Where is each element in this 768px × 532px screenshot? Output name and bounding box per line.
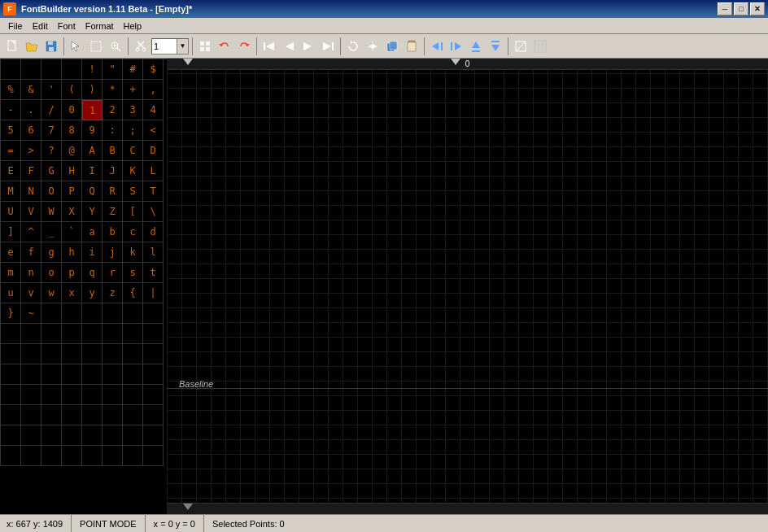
char-cell[interactable]: E xyxy=(1,161,21,181)
char-cell[interactable] xyxy=(103,364,123,385)
char-cell[interactable] xyxy=(82,344,103,364)
menu-edit[interactable]: Edit xyxy=(28,20,53,33)
char-cell[interactable] xyxy=(103,324,123,344)
char-cell[interactable] xyxy=(41,303,62,324)
grid-view-button[interactable] xyxy=(196,37,214,55)
char-cell[interactable]: [ xyxy=(123,202,143,222)
char-cell[interactable] xyxy=(143,364,164,385)
select-tool[interactable] xyxy=(87,37,105,55)
char-cell[interactable] xyxy=(1,59,21,80)
char-cell[interactable] xyxy=(41,405,62,425)
editor-work-area[interactable]: Baseline xyxy=(167,70,768,503)
char-cell[interactable]: n xyxy=(21,263,41,283)
char-cell[interactable]: f xyxy=(21,242,41,263)
resize-button[interactable] xyxy=(512,37,530,55)
paste-glyphs-button[interactable] xyxy=(403,37,421,55)
char-cell[interactable]: 1 xyxy=(82,100,103,120)
char-cell[interactable]: Q xyxy=(82,181,103,202)
char-cell[interactable]: d xyxy=(143,222,164,242)
char-cell[interactable] xyxy=(62,385,82,405)
char-cell[interactable]: q xyxy=(82,263,103,283)
char-cell[interactable]: 6 xyxy=(21,120,41,141)
char-cell[interactable]: < xyxy=(143,120,164,141)
char-cell[interactable]: . xyxy=(21,100,41,120)
flip-h-button[interactable] xyxy=(364,37,382,55)
char-cell[interactable]: V xyxy=(21,202,41,222)
char-cell[interactable]: I xyxy=(82,161,103,181)
char-cell[interactable] xyxy=(1,385,21,405)
char-cell[interactable]: R xyxy=(103,181,123,202)
char-cell[interactable]: ` xyxy=(62,222,82,242)
open-button[interactable] xyxy=(23,37,41,55)
char-cell[interactable]: t xyxy=(143,263,164,283)
char-cell[interactable]: b xyxy=(103,222,123,242)
char-cell[interactable]: > xyxy=(21,141,41,161)
char-cell[interactable]: ? xyxy=(41,141,62,161)
char-cell[interactable]: W xyxy=(41,202,62,222)
char-cell[interactable]: : xyxy=(103,120,123,141)
char-cell[interactable] xyxy=(1,446,21,466)
new-button[interactable] xyxy=(3,37,21,55)
char-cell[interactable] xyxy=(1,425,21,446)
char-cell[interactable]: w xyxy=(41,283,62,303)
zoom-input[interactable] xyxy=(152,39,177,54)
char-cell[interactable]: ) xyxy=(82,80,103,100)
char-cell[interactable] xyxy=(103,405,123,425)
char-cell[interactable] xyxy=(123,405,143,425)
char-cell[interactable]: i xyxy=(82,242,103,263)
char-cell[interactable]: P xyxy=(62,181,82,202)
editor-panel[interactable]: 0 Baseline xyxy=(167,59,768,514)
char-cell[interactable]: ~ xyxy=(21,303,41,324)
save-button[interactable] xyxy=(42,37,60,55)
char-cell[interactable] xyxy=(103,446,123,466)
menu-format[interactable]: Format xyxy=(81,20,119,33)
char-cell[interactable] xyxy=(21,385,41,405)
menu-file[interactable]: File xyxy=(3,20,28,33)
char-cell[interactable]: % xyxy=(1,80,21,100)
char-cell[interactable]: ! xyxy=(82,59,103,80)
char-cell[interactable] xyxy=(41,59,62,80)
char-cell[interactable]: j xyxy=(103,242,123,263)
char-cell[interactable]: X xyxy=(62,202,82,222)
char-cell[interactable]: " xyxy=(103,59,123,80)
char-cell[interactable] xyxy=(143,303,164,324)
first-button[interactable] xyxy=(260,37,278,55)
pointer-tool[interactable] xyxy=(68,37,85,55)
char-cell[interactable]: 8 xyxy=(62,120,82,141)
char-cell[interactable]: o xyxy=(41,263,62,283)
char-cell[interactable]: h xyxy=(62,242,82,263)
char-cell[interactable] xyxy=(21,344,41,364)
char-cell[interactable]: ; xyxy=(123,120,143,141)
char-cell[interactable] xyxy=(1,405,21,425)
char-cell[interactable] xyxy=(62,425,82,446)
char-cell[interactable] xyxy=(62,303,82,324)
char-cell[interactable] xyxy=(21,405,41,425)
char-cell[interactable]: H xyxy=(62,161,82,181)
char-cell[interactable]: m xyxy=(1,263,21,283)
zoom-selector[interactable]: ▼ xyxy=(151,38,189,55)
char-cell[interactable]: D xyxy=(143,141,164,161)
rotate-button[interactable] xyxy=(344,37,362,55)
char-cell[interactable]: S xyxy=(123,181,143,202)
char-cell[interactable] xyxy=(41,324,62,344)
char-cell[interactable] xyxy=(143,324,164,344)
char-cell[interactable]: @ xyxy=(62,141,82,161)
char-cell[interactable] xyxy=(62,324,82,344)
move-left-button[interactable] xyxy=(428,37,446,55)
char-cell[interactable] xyxy=(103,344,123,364)
char-cell[interactable] xyxy=(123,446,143,466)
char-cell[interactable]: { xyxy=(123,283,143,303)
char-cell[interactable]: A xyxy=(82,141,103,161)
char-cell[interactable]: s xyxy=(123,263,143,283)
char-cell[interactable]: | xyxy=(143,283,164,303)
minimize-button[interactable]: ─ xyxy=(718,2,732,15)
char-cell[interactable]: 0 xyxy=(62,100,82,120)
char-cell[interactable] xyxy=(82,446,103,466)
char-cell[interactable] xyxy=(21,446,41,466)
char-cell[interactable] xyxy=(103,385,123,405)
char-cell[interactable] xyxy=(143,446,164,466)
char-cell[interactable]: N xyxy=(21,181,41,202)
char-cell[interactable] xyxy=(1,324,21,344)
char-cell[interactable] xyxy=(62,405,82,425)
char-cell[interactable]: U xyxy=(1,202,21,222)
